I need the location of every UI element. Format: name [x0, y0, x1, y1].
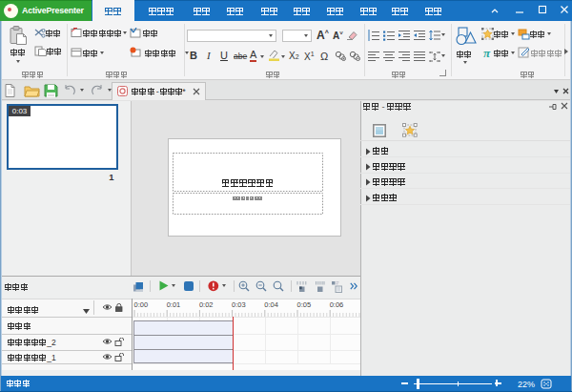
svg-text:0:05: 0:05: [297, 300, 312, 309]
svg-text:0:04: 0:04: [264, 300, 278, 309]
svg-text:0:00: 0:00: [134, 300, 149, 309]
svg-text:0:03: 0:03: [232, 300, 246, 309]
svg-text:0:02: 0:02: [199, 300, 214, 309]
svg-text:0:01: 0:01: [167, 300, 181, 309]
svg-text:0:06: 0:06: [330, 300, 344, 309]
